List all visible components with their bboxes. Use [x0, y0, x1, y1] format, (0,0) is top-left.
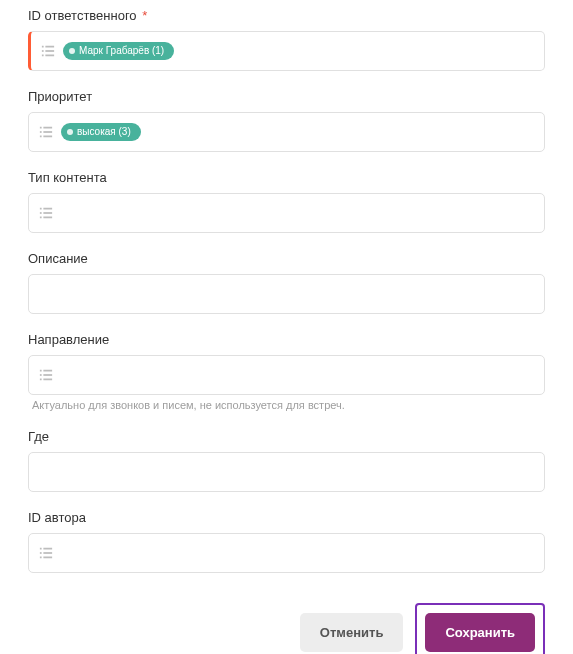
field-content-type: Тип контента: [28, 170, 545, 233]
tag-responsible-text: Марк Грабарёв (1): [79, 44, 164, 58]
tag-dot-icon: [69, 48, 75, 54]
input-description[interactable]: [28, 274, 545, 314]
label-where: Где: [28, 429, 545, 444]
svg-rect-18: [40, 370, 42, 372]
label-author: ID автора: [28, 510, 545, 525]
list-icon: [39, 206, 53, 220]
label-description: Описание: [28, 251, 545, 266]
tag-dot-icon: [67, 129, 73, 135]
svg-rect-11: [43, 136, 52, 138]
svg-rect-14: [40, 212, 42, 214]
svg-rect-21: [43, 374, 52, 376]
save-button-highlight: Сохранить: [415, 603, 545, 654]
svg-rect-8: [40, 131, 42, 133]
input-priority[interactable]: высокая (3): [28, 112, 545, 152]
help-direction: Актуально для звонков и писем, не исполь…: [28, 399, 545, 411]
svg-rect-1: [45, 46, 54, 48]
field-responsible: ID ответственного * Марк Грабарёв (1): [28, 8, 545, 71]
svg-rect-4: [42, 55, 44, 57]
tag-responsible[interactable]: Марк Грабарёв (1): [63, 42, 174, 60]
input-content-type[interactable]: [28, 193, 545, 233]
field-priority: Приоритет высокая (3): [28, 89, 545, 152]
svg-rect-22: [40, 379, 42, 381]
svg-rect-7: [43, 127, 52, 129]
svg-rect-10: [40, 136, 42, 138]
text-input-description[interactable]: [39, 287, 534, 302]
svg-rect-20: [40, 374, 42, 376]
svg-rect-25: [43, 548, 52, 550]
tag-priority-text: высокая (3): [77, 125, 131, 139]
svg-rect-28: [40, 557, 42, 559]
list-icon: [39, 125, 53, 139]
svg-rect-27: [43, 552, 52, 554]
field-description: Описание: [28, 251, 545, 314]
svg-rect-0: [42, 46, 44, 48]
input-author[interactable]: [28, 533, 545, 573]
input-where[interactable]: [28, 452, 545, 492]
input-responsible[interactable]: Марк Грабарёв (1): [28, 31, 545, 71]
list-icon: [39, 546, 53, 560]
tag-priority[interactable]: высокая (3): [61, 123, 141, 141]
svg-rect-29: [43, 557, 52, 559]
svg-rect-3: [45, 50, 54, 52]
field-direction: Направление Актуально для звонков и писе…: [28, 332, 545, 411]
svg-rect-24: [40, 548, 42, 550]
svg-rect-23: [43, 379, 52, 381]
button-row: Отменить Сохранить: [28, 603, 545, 654]
save-button[interactable]: Сохранить: [425, 613, 535, 652]
field-author: ID автора: [28, 510, 545, 573]
field-where: Где: [28, 429, 545, 492]
svg-rect-5: [45, 55, 54, 57]
label-responsible-text: ID ответственного: [28, 8, 137, 23]
cancel-button[interactable]: Отменить: [300, 613, 404, 652]
input-direction[interactable]: [28, 355, 545, 395]
svg-rect-26: [40, 552, 42, 554]
list-icon: [41, 44, 55, 58]
label-direction: Направление: [28, 332, 545, 347]
svg-rect-16: [40, 217, 42, 219]
svg-rect-19: [43, 370, 52, 372]
required-asterisk: *: [142, 8, 147, 23]
svg-rect-12: [40, 208, 42, 210]
svg-rect-13: [43, 208, 52, 210]
svg-rect-6: [40, 127, 42, 129]
svg-rect-15: [43, 212, 52, 214]
svg-rect-2: [42, 50, 44, 52]
svg-rect-9: [43, 131, 52, 133]
list-icon: [39, 368, 53, 382]
label-responsible: ID ответственного *: [28, 8, 545, 23]
svg-rect-17: [43, 217, 52, 219]
label-priority: Приоритет: [28, 89, 545, 104]
label-content-type: Тип контента: [28, 170, 545, 185]
text-input-where[interactable]: [39, 465, 534, 480]
